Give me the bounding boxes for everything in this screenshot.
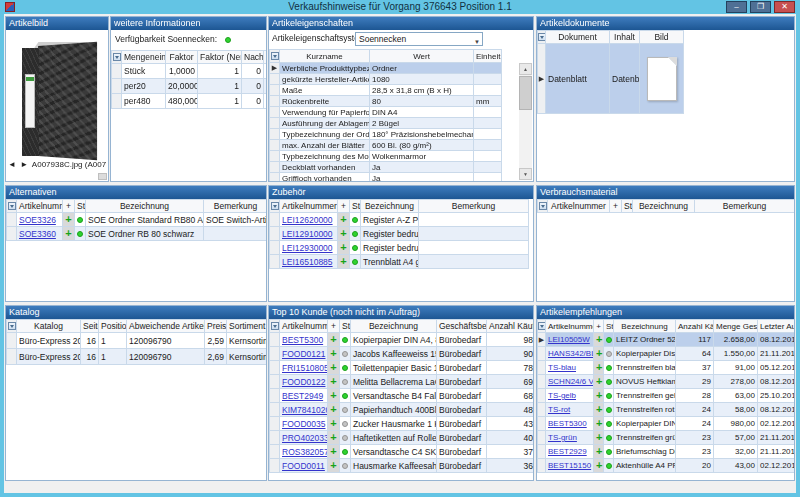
table-row[interactable]: Typbezeichnung der Ordne180° Präzisionsh… xyxy=(270,129,502,140)
column-header[interactable]: St xyxy=(350,200,361,213)
table-row[interactable]: Büro-Express 20161611200967902,69Kernsor… xyxy=(7,349,267,365)
table-row[interactable]: max. Anzahl der Blätter600 Bl. (80 g/m²) xyxy=(270,140,502,151)
table-row[interactable]: KIM7841020+Papierhandtuch 400Bl. 2laBüro… xyxy=(270,403,534,417)
scroll-thumb[interactable] xyxy=(519,76,532,110)
add-article-icon[interactable]: + xyxy=(330,417,336,429)
table-row[interactable]: BEST2949+Versandtasche B4 Falz 40Bürobed… xyxy=(270,389,534,403)
column-header[interactable]: Bezeichnung xyxy=(86,200,204,213)
table-row[interactable]: Rückenbreite80mm xyxy=(270,96,502,107)
column-header[interactable]: + xyxy=(328,320,340,333)
table-row[interactable]: SOE3326+SOE Ordner Standard RB80 A4 swSO… xyxy=(7,213,267,227)
table-row[interactable]: FOOD0122+Melitta Bellacrema LaCreBürobed… xyxy=(270,375,534,389)
column-header[interactable]: Artikelnummer xyxy=(280,200,338,213)
column-header[interactable]: Kurzname xyxy=(280,50,370,63)
add-article-icon[interactable]: + xyxy=(330,445,336,457)
filter-icon[interactable] xyxy=(8,202,16,210)
filter-icon[interactable] xyxy=(271,202,279,210)
table-row[interactable]: ▶Werbliche ProdukttypbezeiOrdner xyxy=(270,63,502,74)
scrollbar-vertical[interactable]: ▲ ▼ xyxy=(519,63,532,180)
table-row[interactable]: BEST2929+Briefumschlag DL SK2332,0021.11… xyxy=(538,445,795,459)
article-number-link[interactable]: BEST5300 xyxy=(282,335,323,345)
article-number-link[interactable]: FOOD0122 xyxy=(282,377,325,387)
table-row[interactable]: gekürzte Hersteller-Artikeln1080 xyxy=(270,74,502,85)
table-row[interactable]: FRI1510805+Toilettenpapier Basic 1PckBür… xyxy=(270,361,534,375)
table-row[interactable]: TS-blau+Trennstreifen blau 103791,0005.1… xyxy=(538,361,795,375)
article-number-link[interactable]: SOE3360 xyxy=(19,229,56,239)
add-article-icon[interactable]: + xyxy=(330,431,336,443)
table-row[interactable]: per480480,0000100 xyxy=(112,94,267,109)
scroll-down-icon[interactable]: ▼ xyxy=(519,168,532,180)
column-header[interactable]: Dokument xyxy=(546,31,610,44)
table-row[interactable]: FOOD0035+Zucker Hausmarke 1 KGBürobedarf… xyxy=(270,417,534,431)
column-header[interactable]: Wert xyxy=(370,50,474,63)
table-row[interactable]: BEST15150+Aktenhülle A4 PP 0.12043,0002.… xyxy=(538,459,795,473)
table-row[interactable]: per2020,0000100 xyxy=(112,79,267,94)
column-header[interactable]: Bemerkung xyxy=(204,200,267,213)
add-article-icon[interactable]: + xyxy=(596,445,602,457)
column-header[interactable]: Mengeneinheit xyxy=(122,51,166,64)
column-header[interactable]: Katalog xyxy=(17,320,81,333)
table-row[interactable]: FOOD0011+Hausmarke KaffeesahneBürobedarf… xyxy=(270,459,534,473)
article-number-link[interactable]: LEI12620000 xyxy=(282,215,333,225)
article-number-link[interactable]: BEST5300 xyxy=(548,419,587,428)
column-header[interactable]: Faktor xyxy=(166,51,198,64)
add-article-icon[interactable]: + xyxy=(330,333,336,345)
column-header[interactable]: Sortiment xyxy=(227,320,267,333)
table-row[interactable]: SOE3360+SOE Ordner RB 80 schwarz xyxy=(7,227,267,241)
add-article-icon[interactable]: + xyxy=(330,347,336,359)
column-header[interactable]: Menge Gesamt xyxy=(714,320,758,333)
maximize-button[interactable]: ❐ xyxy=(750,1,771,13)
column-header[interactable]: Bezeichnung xyxy=(351,320,437,333)
column-header[interactable]: Bemerkung xyxy=(695,200,795,213)
add-article-icon[interactable]: + xyxy=(596,389,602,401)
article-number-link[interactable]: LEI12910000 xyxy=(282,229,333,239)
add-article-icon[interactable]: + xyxy=(596,333,602,345)
add-article-icon[interactable]: + xyxy=(330,361,336,373)
column-header[interactable]: Geschäftsbereich xyxy=(437,320,487,333)
table-row[interactable]: BEST5300+Kopierpapier DIN A4, 80gBürobed… xyxy=(270,333,534,347)
add-article-icon[interactable]: + xyxy=(340,255,346,267)
add-article-icon[interactable]: + xyxy=(596,459,602,471)
add-article-icon[interactable]: + xyxy=(340,213,346,225)
table-row[interactable]: ▶DatenblattDatenbl xyxy=(538,44,684,114)
chevron-down-icon[interactable]: ▼ xyxy=(474,36,480,48)
table-row[interactable]: ▶LEI10505W+LEITZ Ordner 52 mm1172.658,00… xyxy=(538,333,795,347)
titlebar[interactable]: Verkaufshinweise für Vorgang 376643 Posi… xyxy=(0,0,800,14)
table-row[interactable]: Büro-Express 20151611200967902,59Kernsor… xyxy=(7,333,267,349)
column-header[interactable]: + xyxy=(610,200,622,213)
document-thumbnail-icon[interactable] xyxy=(647,57,677,101)
table-row[interactable]: Verwendung für PapierformDIN A4 xyxy=(270,107,502,118)
article-number-link[interactable]: TS-rot xyxy=(548,405,570,414)
article-number-link[interactable]: TS-gelb xyxy=(548,391,576,400)
column-header[interactable]: St xyxy=(622,200,633,213)
column-header[interactable]: Bezeichnung xyxy=(614,320,676,333)
filter-icon[interactable] xyxy=(539,202,547,210)
column-header[interactable]: Anzahl Käufe▽ xyxy=(676,320,714,333)
article-number-link[interactable]: TS-grün xyxy=(548,433,577,442)
article-number-link[interactable]: TS-blau xyxy=(548,363,576,372)
article-number-link[interactable]: LEI10505W xyxy=(548,335,590,344)
add-article-icon[interactable]: + xyxy=(596,375,602,387)
add-article-icon[interactable]: + xyxy=(330,389,336,401)
table-row[interactable]: Deckblatt vorhandenJa xyxy=(270,162,502,173)
column-header[interactable]: Bezeichnung xyxy=(361,200,419,213)
article-number-link[interactable]: BEST2929 xyxy=(548,447,587,456)
table-row[interactable]: Ausführung der Ablagemec2 Bügel xyxy=(270,118,502,129)
table-row[interactable]: SCHN24/6 VZ+NOVUS Heftklammer29278,0008.… xyxy=(538,375,795,389)
article-number-link[interactable]: ROS382057 xyxy=(282,447,328,457)
column-header[interactable]: Artikelnummer xyxy=(546,320,594,333)
table-row[interactable]: LEI16510885+Trennblatt A4 ges xyxy=(270,255,529,269)
article-number-link[interactable]: KIM7841020 xyxy=(282,405,328,415)
minimize-button[interactable]: – xyxy=(726,1,747,13)
filter-icon[interactable] xyxy=(271,52,279,60)
column-header[interactable]: Anzahl Käufe xyxy=(487,320,534,333)
add-article-icon[interactable]: + xyxy=(596,417,602,429)
column-header[interactable]: Inhalt xyxy=(610,31,640,44)
article-number-link[interactable]: FOOD0121 xyxy=(282,349,325,359)
add-article-icon[interactable]: + xyxy=(340,227,346,239)
article-number-link[interactable]: PRO402033 xyxy=(282,433,328,443)
table-row[interactable]: LEI12910000+Register bedruck xyxy=(270,227,529,241)
article-number-link[interactable]: HANS342/BLB xyxy=(548,349,594,358)
article-number-link[interactable]: FRI1510805 xyxy=(282,363,328,373)
column-header[interactable]: + xyxy=(338,200,350,213)
